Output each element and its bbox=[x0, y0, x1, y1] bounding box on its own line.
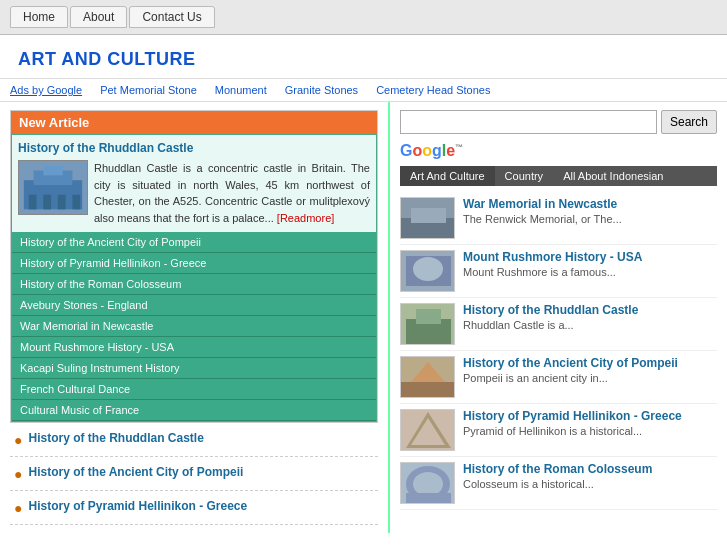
list-item[interactable]: History of the Roman Colosseum bbox=[12, 274, 376, 295]
article-link[interactable]: History of the Rhuddlan Castle bbox=[28, 431, 203, 445]
right-article-item: History of the Rhuddlan Castle Rhuddlan … bbox=[400, 298, 717, 351]
left-column: New Article History of the Rhuddlan Cast… bbox=[0, 102, 390, 533]
right-article-info: History of the Ancient City of Pompeii P… bbox=[463, 356, 678, 384]
nav-contact[interactable]: Contact Us bbox=[129, 6, 214, 28]
category-tabs: Art And Culture Country All About Indone… bbox=[400, 166, 717, 186]
right-article-desc: Pyramid of Hellinikon is a historical... bbox=[463, 425, 682, 437]
cat-tab-art[interactable]: Art And Culture bbox=[400, 166, 495, 186]
nav-home[interactable]: Home bbox=[10, 6, 68, 28]
right-article-title: Mount Rushmore History - USA bbox=[463, 250, 642, 264]
top-navigation: Home About Contact Us bbox=[0, 0, 727, 35]
list-item[interactable]: Cultural Music of France bbox=[12, 400, 376, 421]
new-article-inner: History of the Rhuddlan Castle bbox=[11, 134, 377, 422]
svg-rect-10 bbox=[411, 208, 446, 223]
right-article-thumb bbox=[400, 409, 455, 451]
svg-rect-16 bbox=[416, 309, 441, 324]
nav-about[interactable]: About bbox=[70, 6, 127, 28]
google-logo-o2: o bbox=[422, 142, 432, 159]
list-item[interactable]: History of the Ancient City of Pompeii bbox=[12, 232, 376, 253]
list-item[interactable]: History of Pyramid Hellinikon - Greece bbox=[12, 253, 376, 274]
list-item: ● History of the Ancient City of Pompeii bbox=[10, 457, 378, 491]
list-item: ● History of Pyramid Hellinikon - Greece bbox=[10, 491, 378, 525]
site-title: ART AND CULTURE bbox=[0, 35, 727, 78]
ads-link-1[interactable]: Monument bbox=[215, 84, 267, 96]
search-input[interactable] bbox=[400, 110, 657, 134]
right-article-info: History of the Roman Colosseum Colosseum… bbox=[463, 462, 652, 490]
article-links-section: ● History of the Rhuddlan Castle ● Histo… bbox=[10, 423, 378, 525]
svg-rect-18 bbox=[401, 382, 455, 398]
bullet-icon: ● bbox=[14, 432, 22, 448]
list-item[interactable]: Mount Rushmore History - USA bbox=[12, 337, 376, 358]
right-article-thumb bbox=[400, 303, 455, 345]
svg-rect-26 bbox=[406, 493, 451, 504]
svg-rect-5 bbox=[43, 195, 51, 210]
list-item: ● History of the Rhuddlan Castle bbox=[10, 423, 378, 457]
article-list: History of the Ancient City of Pompeii H… bbox=[12, 232, 376, 421]
right-article-item: War Memorial in Newcastle The Renwick Me… bbox=[400, 192, 717, 245]
right-article-title: War Memorial in Newcastle bbox=[463, 197, 622, 211]
right-article-title: History of Pyramid Hellinikon - Greece bbox=[463, 409, 682, 423]
right-article-item: History of Pyramid Hellinikon - Greece P… bbox=[400, 404, 717, 457]
right-article-info: History of Pyramid Hellinikon - Greece P… bbox=[463, 409, 682, 437]
right-article-thumb bbox=[400, 462, 455, 504]
google-logo-g2: g bbox=[432, 142, 442, 159]
bullet-icon: ● bbox=[14, 500, 22, 516]
google-logo-tm: ™ bbox=[455, 143, 463, 152]
new-article-box: New Article History of the Rhuddlan Cast… bbox=[10, 110, 378, 423]
list-item[interactable]: French Cultural Dance bbox=[12, 379, 376, 400]
bullet-icon: ● bbox=[14, 466, 22, 482]
google-logo-g: G bbox=[400, 142, 412, 159]
right-article-item: Mount Rushmore History - USA Mount Rushm… bbox=[400, 245, 717, 298]
cat-tab-indonesian[interactable]: All About Indonesian bbox=[553, 166, 673, 186]
svg-rect-4 bbox=[29, 195, 37, 210]
right-article-title: History of the Roman Colosseum bbox=[463, 462, 652, 476]
ads-bar: Ads by Google Pet Memorial Stone Monumen… bbox=[0, 78, 727, 102]
right-article-thumb bbox=[400, 197, 455, 239]
list-item[interactable]: War Memorial in Newcastle bbox=[12, 316, 376, 337]
google-logo-o1: o bbox=[412, 142, 422, 159]
featured-article-title[interactable]: History of the Rhuddlan Castle bbox=[18, 141, 370, 155]
ads-link-3[interactable]: Cemetery Head Stones bbox=[376, 84, 490, 96]
right-article-desc: Rhuddlan Castle is a... bbox=[463, 319, 638, 331]
featured-article: History of the Rhuddlan Castle bbox=[12, 135, 376, 232]
right-article-title: History of the Rhuddlan Castle bbox=[463, 303, 638, 317]
right-article-desc: Pompeii is an ancient city in... bbox=[463, 372, 678, 384]
featured-article-body: Rhuddlan Castle is a concentric castle i… bbox=[18, 160, 370, 226]
right-article-item: History of the Roman Colosseum Colosseum… bbox=[400, 457, 717, 510]
svg-rect-7 bbox=[72, 195, 80, 210]
search-area: Search bbox=[400, 110, 717, 134]
svg-point-25 bbox=[413, 472, 443, 496]
right-article-thumb bbox=[400, 356, 455, 398]
google-logo-e: e bbox=[446, 142, 455, 159]
cat-tab-country[interactable]: Country bbox=[495, 166, 554, 186]
ads-by-google-label: Ads by Google bbox=[10, 84, 82, 96]
right-article-desc: Colosseum is a historical... bbox=[463, 478, 652, 490]
right-article-title: History of the Ancient City of Pompeii bbox=[463, 356, 678, 370]
svg-rect-3 bbox=[43, 166, 62, 176]
right-article-info: War Memorial in Newcastle The Renwick Me… bbox=[463, 197, 622, 225]
right-column: Search Google™ Art And Culture Country A… bbox=[390, 102, 727, 533]
list-item[interactable]: Kacapi Suling Instrument History bbox=[12, 358, 376, 379]
right-article-thumb bbox=[400, 250, 455, 292]
ads-link-0[interactable]: Pet Memorial Stone bbox=[100, 84, 197, 96]
svg-point-13 bbox=[413, 257, 443, 281]
right-article-desc: Mount Rushmore is a famous... bbox=[463, 266, 642, 278]
featured-article-image bbox=[18, 160, 88, 215]
svg-rect-6 bbox=[58, 195, 66, 210]
featured-article-text: Rhuddlan Castle is a concentric castle i… bbox=[94, 160, 370, 226]
article-link[interactable]: History of the Ancient City of Pompeii bbox=[28, 465, 243, 479]
right-article-info: Mount Rushmore History - USA Mount Rushm… bbox=[463, 250, 642, 278]
article-link[interactable]: History of Pyramid Hellinikon - Greece bbox=[28, 499, 247, 513]
featured-readmore-link[interactable]: [Readmore] bbox=[277, 212, 334, 224]
new-article-header: New Article bbox=[11, 111, 377, 134]
search-button[interactable]: Search bbox=[661, 110, 717, 134]
main-content: New Article History of the Rhuddlan Cast… bbox=[0, 102, 727, 533]
ads-link-2[interactable]: Granite Stones bbox=[285, 84, 358, 96]
right-article-desc: The Renwick Memorial, or The... bbox=[463, 213, 622, 225]
right-article-info: History of the Rhuddlan Castle Rhuddlan … bbox=[463, 303, 638, 331]
google-logo: Google™ bbox=[400, 142, 717, 160]
right-article-item: History of the Ancient City of Pompeii P… bbox=[400, 351, 717, 404]
right-articles: War Memorial in Newcastle The Renwick Me… bbox=[400, 192, 717, 510]
list-item[interactable]: Avebury Stones - England bbox=[12, 295, 376, 316]
